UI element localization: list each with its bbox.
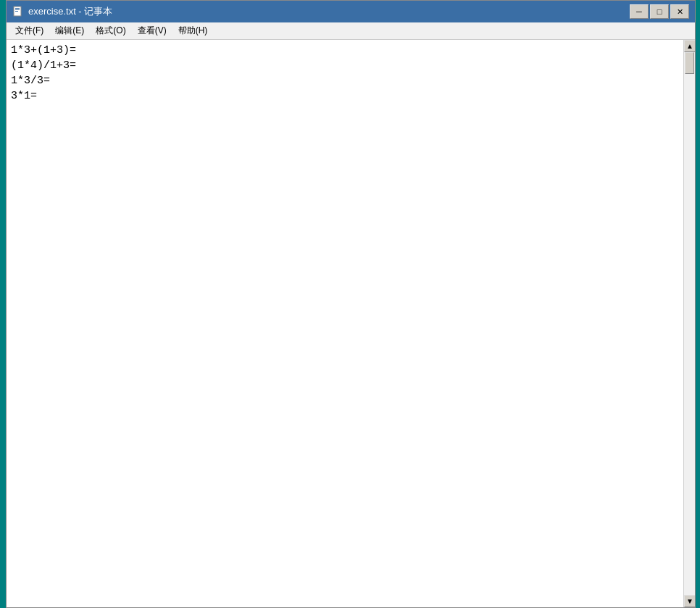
menu-edit[interactable]: 编辑(E) [49, 23, 90, 39]
text-editor[interactable]: 1*3+(1+3)= (1*4)/1+3= 1*3/3= 3*1= [7, 40, 683, 607]
menu-file[interactable]: 文件(F) [9, 23, 49, 39]
svg-rect-1 [15, 8, 20, 9]
menu-bar: 文件(F) 编辑(E) 格式(O) 查看(V) 帮助(H) [7, 22, 695, 40]
maximize-button[interactable]: □ [650, 4, 669, 19]
menu-view[interactable]: 查看(V) [132, 23, 172, 39]
menu-format[interactable]: 格式(O) [90, 23, 131, 39]
title-bar: exercise.txt - 记事本 ─ □ ✕ [7, 1, 695, 22]
window-title: exercise.txt - 记事本 [28, 5, 630, 18]
menu-help[interactable]: 帮助(H) [172, 23, 214, 39]
minimize-button[interactable]: ─ [630, 4, 649, 19]
editor-area: 1*3+(1+3)= (1*4)/1+3= 1*3/3= 3*1= ▲ ▼ [7, 40, 695, 607]
close-button[interactable]: ✕ [670, 4, 689, 19]
vertical-scrollbar[interactable]: ▲ ▼ [683, 40, 695, 607]
scroll-down-button[interactable]: ▼ [684, 595, 695, 607]
svg-rect-3 [15, 11, 18, 12]
svg-rect-2 [15, 9, 20, 10]
scroll-track[interactable] [684, 52, 695, 595]
notepad-window: exercise.txt - 记事本 ─ □ ✕ 文件(F) 编辑(E) 格式(… [6, 0, 696, 608]
app-icon [12, 6, 24, 17]
scroll-thumb[interactable] [685, 52, 694, 74]
scroll-up-button[interactable]: ▲ [684, 40, 695, 52]
window-controls: ─ □ ✕ [630, 4, 689, 19]
